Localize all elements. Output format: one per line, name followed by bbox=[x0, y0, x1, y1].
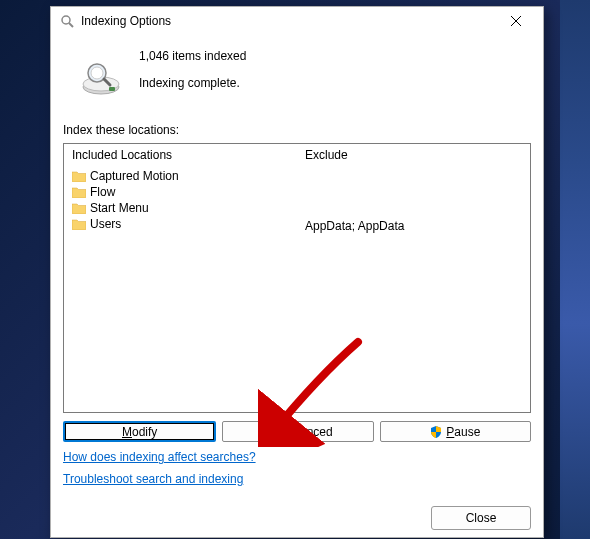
list-item[interactable]: Flow bbox=[72, 184, 289, 200]
action-buttons: Modify Advanced Pause bbox=[63, 421, 531, 442]
exclude-value: AppData; AppData bbox=[305, 219, 522, 233]
magnifier-disk-icon bbox=[63, 41, 139, 97]
modify-button[interactable]: Modify bbox=[63, 421, 216, 442]
help-link-troubleshoot[interactable]: Troubleshoot search and indexing bbox=[63, 472, 243, 486]
folder-icon bbox=[72, 171, 86, 182]
dialog-footer: Close bbox=[51, 496, 543, 539]
indexing-state: Indexing complete. bbox=[139, 74, 246, 93]
folder-name: Users bbox=[90, 217, 121, 231]
list-item[interactable]: Captured Motion bbox=[72, 168, 289, 184]
list-item[interactable]: Start Menu bbox=[72, 200, 289, 216]
window-title: Indexing Options bbox=[81, 14, 495, 28]
folder-name: Flow bbox=[90, 185, 115, 199]
items-indexed-count: 1,046 items indexed bbox=[139, 47, 246, 66]
status-area: 1,046 items indexed Indexing complete. bbox=[63, 39, 531, 107]
titlebar: Indexing Options bbox=[51, 7, 543, 35]
exclude-column: Exclude AppData; AppData bbox=[297, 144, 530, 412]
close-dialog-button[interactable]: Close bbox=[431, 506, 531, 530]
indexing-options-dialog: Indexing Options 1,046 items ind bbox=[50, 6, 544, 538]
close-button[interactable] bbox=[495, 7, 537, 35]
svg-point-8 bbox=[91, 67, 103, 79]
svg-point-0 bbox=[62, 16, 70, 24]
folder-icon bbox=[72, 187, 86, 198]
folder-name: Captured Motion bbox=[90, 169, 179, 183]
list-item[interactable]: Users bbox=[72, 216, 289, 232]
shield-icon bbox=[263, 426, 275, 438]
status-text: 1,046 items indexed Indexing complete. bbox=[139, 41, 246, 93]
locations-listbox[interactable]: Included Locations Captured Motion Flow … bbox=[63, 143, 531, 413]
desktop-background bbox=[560, 0, 590, 539]
folder-icon bbox=[72, 219, 86, 230]
advanced-button[interactable]: Advanced bbox=[222, 421, 373, 442]
exclude-header: Exclude bbox=[305, 148, 522, 162]
locations-label: Index these locations: bbox=[63, 123, 531, 137]
indexing-icon bbox=[59, 13, 75, 29]
svg-line-1 bbox=[69, 23, 73, 27]
folder-icon bbox=[72, 203, 86, 214]
help-link-how[interactable]: How does indexing affect searches? bbox=[63, 450, 256, 464]
folder-name: Start Menu bbox=[90, 201, 149, 215]
dialog-content: 1,046 items indexed Indexing complete. I… bbox=[51, 35, 543, 496]
shield-icon bbox=[430, 426, 442, 438]
pause-button[interactable]: Pause bbox=[380, 421, 531, 442]
included-column: Included Locations Captured Motion Flow … bbox=[64, 144, 297, 412]
included-header: Included Locations bbox=[72, 148, 289, 162]
svg-rect-6 bbox=[109, 87, 115, 91]
